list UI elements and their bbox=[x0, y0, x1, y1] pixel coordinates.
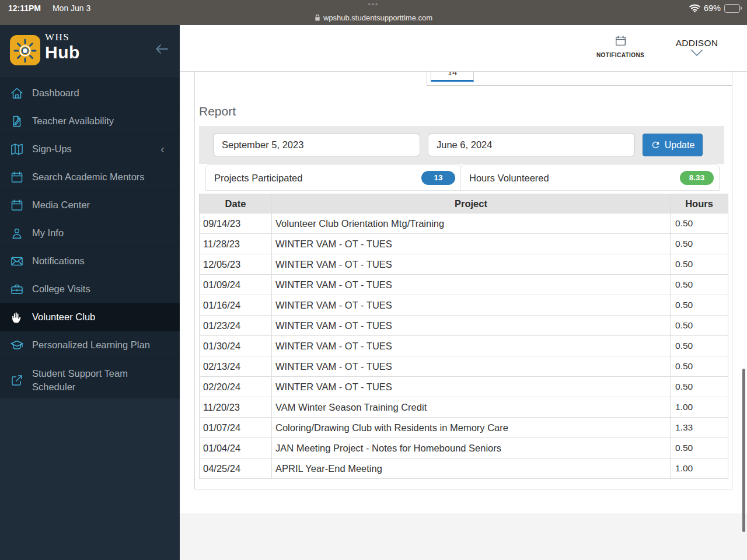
table-row: 01/23/24WINTER VAM - OT - TUES0.50 bbox=[200, 315, 728, 335]
cell-hours: 0.50 bbox=[671, 295, 728, 315]
sidebar-collapse-button[interactable] bbox=[153, 40, 170, 58]
cell-date: 02/20/24 bbox=[200, 377, 272, 397]
cell-project: WINTER VAM - OT - TUES bbox=[272, 316, 671, 335]
cell-project: WINTER VAM - OT - TUES bbox=[272, 377, 671, 397]
cell-hours: 1.00 bbox=[671, 397, 728, 417]
cell-project: WINTER VAM - OT - TUES bbox=[272, 254, 671, 274]
sidebar-item-label: Search Academic Mentors bbox=[32, 170, 145, 184]
battery-percent: 69% bbox=[704, 4, 721, 13]
cell-date: 01/04/24 bbox=[200, 438, 272, 458]
sidebar-nav: DashboardTeacher AvailabilitySign-Ups‹Se… bbox=[0, 76, 180, 401]
table-row: 11/28/23WINTER VAM - OT - TUES0.50 bbox=[200, 233, 728, 254]
cell-project: WINTER VAM - OT - TUES bbox=[272, 295, 671, 315]
cell-date: 01/30/24 bbox=[200, 336, 272, 356]
sidebar-item-label: Notifications bbox=[32, 254, 85, 268]
grad-cap-icon bbox=[10, 338, 24, 352]
cell-hours: 0.50 bbox=[671, 336, 728, 356]
table-row: 04/25/24APRIL Year-End Meeting1.00 bbox=[200, 458, 728, 478]
table-row: 09/14/23Volunteer Club Orientation Mtg/T… bbox=[200, 213, 728, 233]
update-label: Update bbox=[665, 140, 695, 150]
table-row: 02/13/24WINTER VAM - OT - TUES0.50 bbox=[200, 356, 728, 376]
volunteer-activity-table: Date Project Hours 09/14/23Volunteer Clu… bbox=[199, 194, 728, 479]
sidebar-item-label: Sign-Ups bbox=[32, 142, 72, 156]
column-header-date: Date bbox=[200, 194, 272, 213]
sidebar-item-student-support-team-scheduler[interactable]: Student Support Team Scheduler bbox=[0, 359, 180, 401]
sidebar-item-volunteer-club[interactable]: Volunteer Club bbox=[0, 303, 180, 331]
external-link-icon bbox=[10, 373, 24, 387]
table-row: 01/04/24JAN Meeting Project - Notes for … bbox=[200, 438, 728, 458]
cell-hours: 0.50 bbox=[671, 377, 728, 397]
cell-project: WINTER VAM - OT - TUES bbox=[272, 275, 671, 295]
cell-project: WINTER VAM - OT - TUES bbox=[272, 356, 671, 376]
user-menu[interactable]: ADDISON bbox=[669, 38, 725, 57]
table-row: 01/30/24WINTER VAM - OT - TUES0.50 bbox=[200, 335, 728, 356]
table-row: 12/05/23WINTER VAM - OT - TUES0.50 bbox=[200, 254, 728, 274]
sun-icon bbox=[10, 35, 40, 65]
calendar-icon bbox=[10, 198, 24, 212]
tab-overview-dots[interactable]: ••• bbox=[0, 1, 747, 9]
page-header: NOTIFICATIONS ADDISON bbox=[180, 25, 747, 72]
person-icon bbox=[10, 226, 24, 240]
status-bar: 12:11PM Mon Jun 3 ••• wpshub.studentsupp… bbox=[0, 0, 747, 25]
projects-count-badge: 13 bbox=[421, 171, 455, 185]
briefcase-icon bbox=[10, 282, 24, 296]
update-button[interactable]: Update bbox=[643, 134, 703, 156]
page-footer bbox=[180, 513, 747, 560]
notifications-button[interactable]: NOTIFICATIONS bbox=[588, 34, 652, 58]
sidebar-item-label: Dashboard bbox=[32, 86, 79, 100]
sidebar-item-media-center[interactable]: Media Center bbox=[0, 191, 180, 219]
vertical-scrollbar-thumb[interactable] bbox=[742, 369, 745, 532]
column-header-hours: Hours bbox=[671, 194, 728, 213]
sidebar-item-personalized-learning-plan[interactable]: Personalized Learning Plan bbox=[0, 331, 180, 359]
cell-date: 12/05/23 bbox=[200, 254, 272, 274]
stat-label: Projects Participated bbox=[214, 165, 302, 191]
address-bar[interactable]: wpshub.studentsupporttime.com bbox=[0, 13, 747, 22]
column-header-project: Project bbox=[272, 194, 671, 213]
app-root: 12:11PM Mon Jun 3 ••• wpshub.studentsupp… bbox=[0, 0, 747, 560]
hand-icon bbox=[10, 310, 24, 324]
stat-hours-volunteered: Hours Volunteered 8.33 bbox=[460, 164, 720, 191]
end-date-input[interactable] bbox=[428, 134, 635, 156]
whs-hub-logo[interactable] bbox=[10, 35, 40, 65]
sidebar-item-label: Volunteer Club bbox=[32, 310, 95, 324]
map-icon bbox=[10, 142, 24, 156]
sidebar-item-label: Personalized Learning Plan bbox=[32, 338, 150, 352]
table-row: 01/09/24WINTER VAM - OT - TUES0.50 bbox=[200, 274, 728, 295]
sidebar-item-dashboard[interactable]: Dashboard bbox=[0, 79, 180, 107]
arrow-left-icon bbox=[153, 40, 170, 58]
cell-date: 01/23/24 bbox=[200, 316, 272, 335]
sidebar-header: WHS Hub bbox=[0, 25, 180, 76]
brand: WHS Hub bbox=[45, 32, 80, 61]
cell-project: WINTER VAM - OT - TUES bbox=[272, 336, 671, 356]
sidebar-item-teacher-availability[interactable]: Teacher Availability bbox=[0, 107, 180, 135]
report-title: Report bbox=[199, 104, 236, 118]
hours-total-badge: 8.33 bbox=[680, 171, 714, 185]
chevron-left-icon: ‹ bbox=[160, 141, 165, 156]
lock-icon bbox=[315, 14, 320, 22]
sidebar-item-label: My Info bbox=[32, 226, 64, 240]
sidebar: WHS Hub DashboardTeacher AvailabilitySig… bbox=[0, 25, 180, 560]
cell-date: 01/16/24 bbox=[200, 295, 272, 315]
sidebar-item-notifications[interactable]: Notifications bbox=[0, 247, 180, 275]
start-date-input[interactable] bbox=[213, 134, 420, 156]
sidebar-item-search-academic-mentors[interactable]: Search Academic Mentors bbox=[0, 163, 180, 191]
stat-label: Hours Volunteered bbox=[469, 165, 549, 191]
brand-hub: Hub bbox=[45, 44, 80, 61]
cell-date: 09/14/23 bbox=[200, 214, 272, 233]
cell-hours: 0.50 bbox=[671, 275, 728, 295]
table-row: 01/07/24Coloring/Drawing Club with Resid… bbox=[200, 417, 728, 438]
calendar-icon bbox=[10, 170, 24, 184]
table-row: 01/16/24WINTER VAM - OT - TUES0.50 bbox=[200, 295, 728, 315]
cell-date: 02/13/24 bbox=[200, 356, 272, 376]
wifi-icon bbox=[689, 4, 700, 12]
cell-project: VAM Winter Season Training Credit bbox=[272, 397, 671, 417]
sidebar-footer bbox=[0, 398, 180, 560]
cell-hours: 0.50 bbox=[671, 214, 728, 233]
sidebar-item-college-visits[interactable]: College Visits bbox=[0, 275, 180, 303]
table-row: 02/20/24WINTER VAM - OT - TUES0.50 bbox=[200, 376, 728, 397]
sidebar-item-label: Media Center bbox=[32, 198, 90, 212]
url-text: wpshub.studentsupporttime.com bbox=[323, 13, 432, 22]
cell-hours: 0.50 bbox=[671, 438, 728, 458]
sidebar-item-sign-ups[interactable]: Sign-Ups‹ bbox=[0, 135, 180, 163]
sidebar-item-my-info[interactable]: My Info bbox=[0, 219, 180, 247]
